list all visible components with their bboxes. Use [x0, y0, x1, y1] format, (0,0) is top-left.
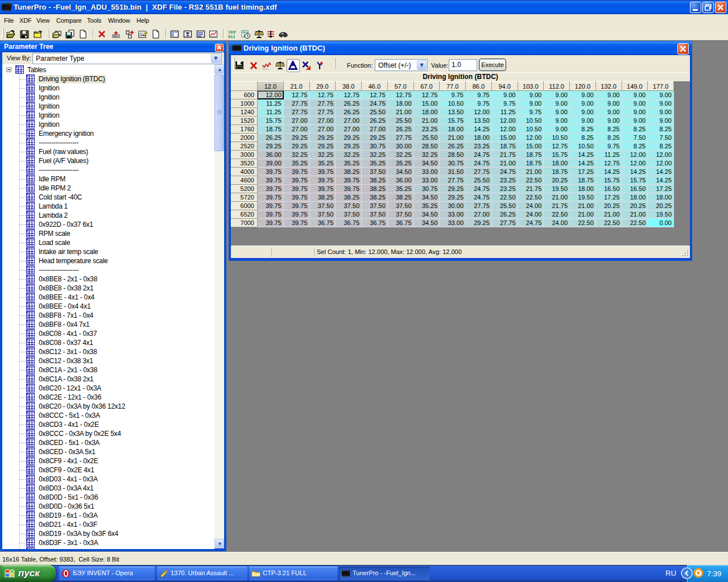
svg-text:011: 011	[228, 35, 235, 39]
svg-text:101: 101	[228, 30, 235, 35]
